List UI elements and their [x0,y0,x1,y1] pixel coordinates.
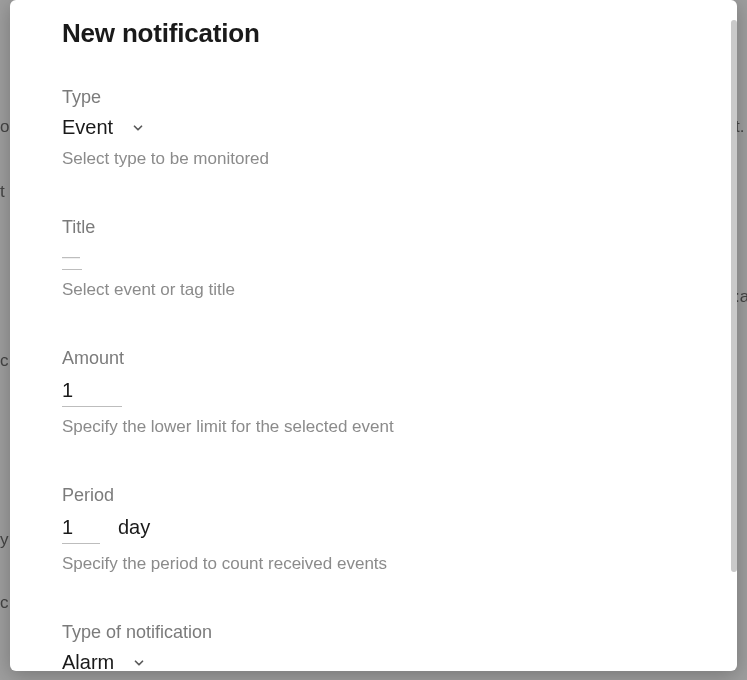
type-select[interactable]: Event [62,116,145,139]
amount-label: Amount [62,348,685,369]
field-type: Type Event Select type to be monitored [62,87,685,169]
bg-fragment: y [0,530,9,550]
bg-fragment: t [0,182,5,202]
field-period: Period day Specify the period to count r… [62,485,685,574]
title-helper: Select event or tag title [62,280,685,300]
field-notification-type: Type of notification Alarm [62,622,685,671]
type-label: Type [62,87,685,108]
title-input[interactable]: — [62,246,82,270]
period-helper: Specify the period to count received eve… [62,554,685,574]
chevron-down-icon [132,656,146,670]
chevron-down-icon [131,121,145,135]
modal-title: New notification [62,18,685,49]
scrollbar-thumb[interactable] [731,20,737,572]
field-title: Title — Select event or tag title [62,217,685,300]
bg-fragment: c [0,351,9,371]
bg-fragment: c [0,593,9,613]
notification-type-value: Alarm [62,651,114,671]
modal-body: New notification Type Event Select type … [10,0,737,671]
field-amount: Amount Specify the lower limit for the s… [62,348,685,437]
amount-helper: Specify the lower limit for the selected… [62,417,685,437]
scrollbar[interactable] [731,20,737,572]
new-notification-modal: New notification Type Event Select type … [10,0,737,671]
notification-type-select[interactable]: Alarm [62,651,146,671]
type-helper: Select type to be monitored [62,149,685,169]
notification-type-label: Type of notification [62,622,685,643]
amount-input[interactable] [62,377,122,407]
type-value: Event [62,116,113,139]
period-label: Period [62,485,685,506]
title-label: Title [62,217,685,238]
period-input[interactable] [62,514,100,544]
period-unit: day [118,516,150,539]
